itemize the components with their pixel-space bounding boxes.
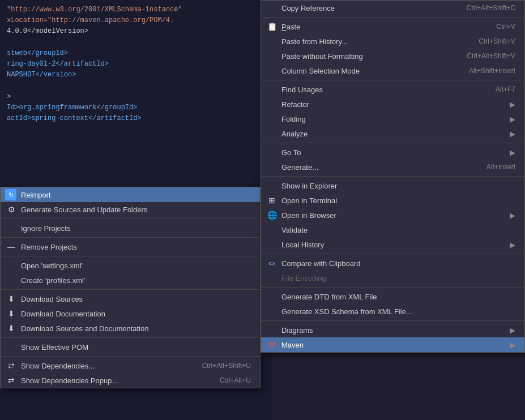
menu-item-file-encoding: File Encoding — [261, 271, 524, 285]
menu-item-label: Paste from History... — [281, 37, 348, 46]
menu-item-go-to[interactable]: Go To ▶ — [261, 145, 524, 160]
download-icon: ⬇ — [6, 323, 16, 333]
download-icon: ⬇ — [6, 294, 16, 304]
menu-item-copy-reference[interactable]: Copy Reference Ctrl+Alt+Shift+C — [261, 1, 524, 15]
menu-item-paste[interactable]: 📋 Paste Ctrl+V — [261, 19, 524, 34]
menu-separator — [1, 337, 260, 338]
terminal-icon: ⊞ — [267, 195, 277, 205]
submenu-arrow-icon: ▶ — [510, 341, 515, 349]
menu-item-reimport[interactable]: ↻ Reimport — [1, 187, 260, 202]
menu-item-label: Maven — [281, 341, 304, 349]
menu-item-refactor[interactable]: Refactor ▶ — [261, 97, 524, 112]
menu-item-paste-no-format[interactable]: Paste without Formatting Ctrl+Alt+Shift+… — [261, 49, 524, 63]
menu-item-open-terminal[interactable]: ⊞ Open in Terminal — [261, 193, 524, 208]
menu-item-label: Compare with Clipboard — [281, 259, 360, 268]
menu-separator — [1, 218, 260, 219]
submenu-arrow-icon: ▶ — [510, 148, 515, 157]
menu-item-label: Download Sources — [21, 295, 83, 303]
menu-item-label: Download Sources and Documentation — [21, 324, 148, 333]
menu-separator — [261, 320, 524, 321]
left-context-menu: ↻ Reimport ⚙ Generate Sources and Update… — [0, 187, 261, 388]
menu-item-generate-xsd[interactable]: Generate XSD Schema from XML File... — [261, 304, 524, 319]
menu-item-compare-clipboard[interactable]: ⇔ Compare with Clipboard — [261, 256, 524, 271]
menu-item-create-profiles[interactable]: Create 'profiles.xml' — [1, 273, 260, 288]
menu-separator — [261, 17, 524, 18]
menu-item-show-pom[interactable]: Show Effective POM — [1, 340, 260, 354]
menu-item-download-docs[interactable]: ⬇ Download Documentation — [1, 306, 260, 321]
menu-item-remove-projects[interactable]: — Remove Projects — [1, 239, 260, 254]
menu-item-open-settings[interactable]: Open 'settings.xml' — [1, 258, 260, 273]
shortcut-label: Alt+Shift+Insert — [458, 67, 515, 75]
submenu-arrow-icon: ▶ — [510, 211, 515, 220]
editor-line: Id>org.springframework</groupId> — [7, 102, 265, 113]
menu-item-generate[interactable]: Generate... Alt+Insert — [261, 160, 524, 174]
menu-separator — [1, 356, 260, 357]
menu-item-label: Show Dependencies Popup... — [21, 376, 118, 385]
menu-item-ignore-projects[interactable]: Ignore Projects — [1, 221, 260, 235]
right-context-menu: Copy Reference Ctrl+Alt+Shift+C 📋 Paste … — [261, 0, 525, 353]
menu-item-label: Open 'settings.xml' — [21, 262, 83, 270]
menu-separator — [1, 289, 260, 290]
menu-item-label: Download Documentation — [21, 310, 105, 318]
menu-item-label: P — [281, 23, 287, 31]
menu-item-local-history[interactable]: Local History ▶ — [261, 237, 524, 252]
shortcut-label: Ctrl+Shift+V — [467, 37, 515, 45]
menu-separator — [261, 143, 524, 143]
menu-item-show-deps-popup[interactable]: ⇄ Show Dependencies Popup... Ctrl+Alt+U — [1, 373, 260, 388]
menu-item-download-sources-docs[interactable]: ⬇ Download Sources and Documentation — [1, 321, 260, 336]
menu-item-label: Show in Explorer — [281, 182, 337, 190]
menu-item-label: Go To — [281, 148, 301, 157]
menu-item-label: Analyze — [281, 130, 308, 138]
submenu-arrow-icon: ▶ — [510, 100, 515, 109]
menu-item-analyze[interactable]: Analyze ▶ — [261, 126, 524, 141]
editor-line: ring-day01-2</artifactId> — [7, 59, 265, 70]
menu-item-label: Local History — [281, 241, 324, 249]
editor-line: NAPSHOT</version> — [7, 70, 265, 80]
editor-line: xLocation="http://maven.apache.org/POM/4… — [7, 15, 265, 26]
menu-item-label: File Encoding — [281, 274, 326, 282]
submenu-arrow-icon: ▶ — [510, 326, 515, 335]
menu-item-show-dependencies[interactable]: ⇄ Show Dependencies... Ctrl+Alt+Shift+U — [1, 358, 260, 373]
editor-line: actId>spring-context</artifactId> — [7, 113, 265, 124]
menu-item-label-rest: aste — [287, 23, 301, 31]
menu-item-label: Generate XSD Schema from XML File... — [281, 307, 412, 316]
menu-item-maven[interactable]: 𝑴 Maven ▶ — [261, 337, 524, 352]
menu-item-label: Find Usages — [281, 85, 323, 94]
menu-item-validate[interactable]: Validate — [261, 222, 524, 237]
menu-item-label: Ignore Projects — [21, 224, 70, 233]
menu-separator — [261, 254, 524, 254]
menu-item-label: Validate — [281, 226, 308, 234]
menu-item-diagrams[interactable]: Diagrams ▶ — [261, 323, 524, 337]
shortcut-label: Ctrl+Alt+Shift+C — [455, 4, 515, 12]
menu-item-label: Open in Terminal — [281, 196, 337, 205]
menu-item-label: Refactor — [281, 100, 309, 109]
menu-item-folding[interactable]: Folding ▶ — [261, 112, 524, 126]
menu-separator — [1, 237, 260, 238]
menu-item-find-usages[interactable]: Find Usages Alt+F7 — [261, 82, 524, 97]
menu-item-generate-sources[interactable]: ⚙ Generate Sources and Update Folders — [1, 202, 260, 217]
menu-item-label: Remove Projects — [21, 243, 77, 251]
shortcut-label: Ctrl+Alt+Shift+U — [191, 362, 251, 370]
reimport-icon: ↻ — [5, 189, 16, 200]
menu-item-column-mode[interactable]: Column Selection Mode Alt+Shift+Insert — [261, 63, 524, 78]
editor-line: stweb</groupId> — [7, 48, 265, 59]
menu-item-label: Create 'profiles.xml' — [21, 276, 85, 285]
submenu-arrow-icon: ▶ — [510, 241, 515, 249]
shortcut-label: Ctrl+V — [485, 23, 515, 31]
menu-item-label: Folding — [281, 115, 306, 123]
shortcut-label: Alt+Insert — [475, 163, 515, 171]
menu-item-paste-history[interactable]: Paste from History... Ctrl+Shift+V — [261, 34, 524, 49]
paste-icon: 📋 — [267, 22, 277, 32]
menu-item-label: Generate Sources and Update Folders — [21, 205, 147, 214]
menu-item-open-browser[interactable]: 🌐 Open in Browser ▶ — [261, 208, 524, 222]
menu-separator — [261, 80, 524, 80]
menu-separator — [1, 256, 260, 256]
menu-item-label: Diagrams — [281, 326, 313, 335]
menu-item-download-sources[interactable]: ⬇ Download Sources — [1, 292, 260, 306]
menu-item-label: Copy Reference — [281, 4, 335, 12]
menu-item-show-explorer[interactable]: Show in Explorer — [261, 178, 524, 193]
submenu-arrow-icon: ▶ — [510, 115, 515, 123]
browser-icon: 🌐 — [267, 210, 277, 220]
compare-icon: ⇔ — [267, 258, 277, 268]
menu-item-generate-dtd[interactable]: Generate DTD from XML File — [261, 289, 524, 304]
